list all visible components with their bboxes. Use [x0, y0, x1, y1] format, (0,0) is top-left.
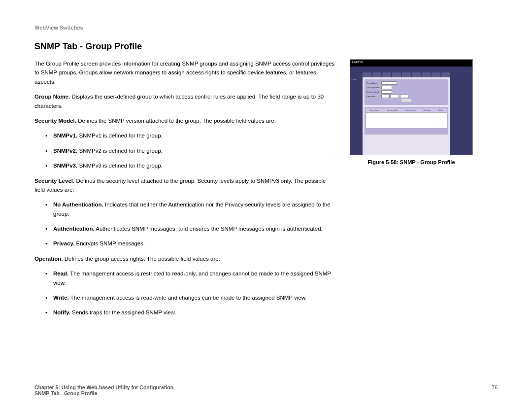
label: Security Level.	[34, 178, 74, 184]
label: Operation.	[34, 256, 63, 262]
bullet-icon: •	[45, 131, 53, 140]
desc: Defines the security level attached to t…	[34, 178, 326, 193]
label: SNMPv2.	[53, 148, 77, 154]
desc: SNMPv3 is defined for the group.	[77, 163, 163, 169]
desc: SNMPv2 is defined for the group.	[77, 148, 163, 154]
figure-center: Group Name Security Model Security Level…	[363, 77, 450, 155]
list-item: • No Authentication. Indicates that neit…	[34, 200, 335, 218]
figure-screenshot: LINKSYS SNMP Group Name Security Model S…	[350, 59, 473, 155]
desc: Defines the SNMP version attached to the…	[76, 118, 276, 124]
desc: Authenticates SNMP messages, and ensures…	[95, 226, 323, 232]
field-operation: Operation. Defines the group access righ…	[34, 254, 335, 263]
label: Authentication.	[53, 226, 95, 232]
figure-left-nav: SNMP	[350, 77, 363, 155]
desc: Encrypts SNMP messages.	[74, 240, 145, 246]
label: Group Name.	[34, 94, 70, 100]
figure-table-panel: Group NameSecurity ModelSecurity LevelOp…	[365, 107, 448, 135]
bullet-icon: •	[45, 269, 53, 287]
label: Privacy.	[53, 240, 74, 246]
desc: Defines the group access rights. The pos…	[63, 256, 220, 262]
label: SNMPv3.	[53, 163, 77, 169]
desc: Displays the user-defined group to which…	[34, 94, 324, 108]
list-item: • Authentication. Authenticates SNMP mes…	[34, 224, 335, 233]
list-item: • Read. The management access is restric…	[34, 269, 335, 287]
list-item: • SNMPv1. SNMPv1 is defined for the grou…	[34, 131, 335, 140]
body-text-column: The Group Profile screen provides inform…	[34, 59, 335, 323]
bullet-icon: •	[45, 200, 53, 218]
bullet-icon: •	[45, 308, 53, 317]
field-security-level: Security Level. Defines the security lev…	[34, 176, 335, 195]
footer-section: SNMP Tab - Group Profile	[34, 390, 173, 396]
bullet-icon: •	[45, 146, 53, 155]
figure-caption: Figure 5-58: SNMP - Group Profile	[350, 159, 473, 165]
list-item: • SNMPv3. SNMPv3 is defined for the grou…	[34, 161, 335, 170]
desc: The management access is restricted to r…	[53, 271, 331, 285]
figure-form-panel: Group Name Security Model Security Level…	[365, 79, 448, 105]
figure-column: LINKSYS SNMP Group Name Security Model S…	[350, 59, 473, 323]
security-level-options: • No Authentication. Indicates that neit…	[34, 200, 335, 248]
bullet-icon: •	[45, 224, 53, 233]
figure-tabs	[350, 67, 472, 77]
bullet-icon: •	[45, 161, 53, 170]
list-item: • Privacy. Encrypts SNMP messages.	[34, 239, 335, 248]
field-security-model: Security Model. Defines the SNMP version…	[34, 116, 335, 125]
desc: The management access is read-write and …	[69, 295, 307, 301]
field-group-name: Group Name. Displays the user-defined gr…	[34, 92, 335, 110]
operation-options: • Read. The management access is restric…	[34, 269, 335, 317]
security-model-options: • SNMPv1. SNMPv1 is defined for the grou…	[34, 131, 335, 170]
label: Write.	[53, 295, 69, 301]
bullet-icon: •	[45, 239, 53, 248]
label: No Authentication.	[53, 202, 103, 207]
label: Security Model.	[34, 118, 76, 124]
desc: Sends traps for the assigned SNMP view.	[70, 309, 176, 315]
label: Read.	[53, 271, 68, 276]
footer-chapter: Chapter 5: Using the Web-based Utility f…	[34, 384, 173, 390]
list-item: • Notify. Sends traps for the assigned S…	[34, 308, 335, 317]
figure-right-help	[450, 77, 472, 155]
list-item: • Write. The management access is read-w…	[34, 293, 335, 302]
page-footer: Chapter 5: Using the Web-based Utility f…	[34, 384, 498, 396]
intro-paragraph: The Group Profile screen provides inform…	[34, 59, 335, 86]
document-header: WebView Switches	[34, 25, 498, 31]
page-title: SNMP Tab - Group Profile	[34, 41, 498, 52]
desc: SNMPv1 is defined for the group.	[77, 133, 163, 138]
list-item: • SNMPv2. SNMPv2 is defined for the grou…	[34, 146, 335, 155]
page-number: 76	[492, 384, 498, 396]
figure-brand-bar: LINKSYS	[350, 60, 472, 67]
bullet-icon: •	[45, 293, 53, 302]
label: Notify.	[53, 309, 70, 315]
label: SNMPv1.	[53, 133, 77, 138]
